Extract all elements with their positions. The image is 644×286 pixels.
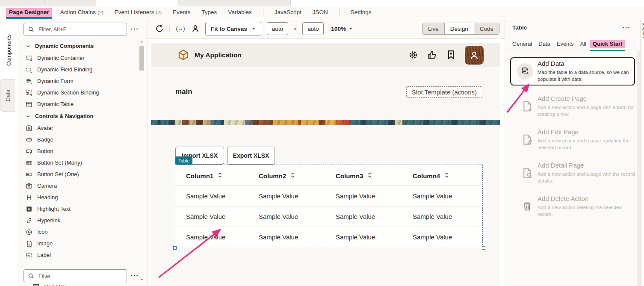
selection-handle-right[interactable] [482, 246, 485, 250]
tab-action-chains[interactable]: Action Chains(2) [60, 6, 103, 19]
palette-item-dynamic-table[interactable]: Dynamic Table [26, 98, 139, 110]
scrollbar-thumb[interactable] [139, 46, 144, 71]
props-tab-data[interactable]: Data [538, 41, 550, 50]
quickstart-title: Add Delete Action [538, 195, 635, 202]
column-header-column1[interactable]: Column1 [175, 165, 248, 186]
palette-item-icon[interactable]: Icon [26, 226, 139, 238]
quickstart-add-delete-action[interactable]: Add Delete ActionAdd a new action deleti… [510, 190, 635, 223]
quickstart-add-edit-page[interactable]: Add Edit PageAdd a new action and a page… [510, 123, 635, 156]
tab-event-listeners[interactable]: Event Listeners(2) [115, 6, 162, 19]
table-component-selected[interactable]: Column1Column2Column3Column4 Sample Valu… [175, 165, 483, 247]
structure-item-clipped[interactable]: Grid Row [32, 283, 67, 286]
zoom-dropdown[interactable]: 100% [331, 26, 353, 32]
structure-filter[interactable] [24, 269, 127, 282]
palette-item-dynamic-section-binding[interactable]: Dynamic Section Binding [26, 87, 139, 98]
palette-overflow-menu-button[interactable]: ··· [131, 27, 139, 31]
artifact-tab[interactable] [177, 0, 291, 6]
export-xlsx-button[interactable]: Export XLSX [227, 147, 275, 165]
properties-scrollbar[interactable] [637, 51, 640, 286]
quickstart-add-detail-page[interactable]: Add Detail PageAdd a new action and a pa… [510, 156, 635, 190]
table-body: Sample ValueSample ValueSample ValueSamp… [175, 186, 483, 248]
user-avatar[interactable] [465, 46, 484, 65]
column-label: Column3 [336, 172, 363, 179]
app-preview-frame: My Application main Slot Template (actio… [151, 43, 500, 286]
properties-overflow-menu-button[interactable]: ··· [623, 26, 631, 30]
props-tab-label: All [580, 41, 586, 47]
artifact-tab[interactable] [45, 0, 96, 6]
gear-icon[interactable] [408, 50, 418, 60]
palette-item-hyperlink[interactable]: Hyperlink [26, 215, 139, 226]
palette-scrollbar[interactable] [139, 40, 144, 282]
palette-item-dynamic-container[interactable]: Dynamic Container [26, 52, 139, 64]
column-header-column3[interactable]: Column3 [325, 165, 402, 186]
hyperlink-icon [26, 217, 32, 224]
tab-page-designer[interactable]: Page Designer [9, 6, 49, 19]
dynamic-section-binding-icon [26, 89, 32, 96]
quickstart-text: Add DataMap the table to a data source, … [538, 60, 630, 83]
palette-item-image[interactable]: Image [26, 238, 139, 249]
selection-handle-left[interactable] [173, 246, 177, 250]
tab-variables[interactable]: Variables [228, 6, 251, 19]
section-header-controls-navigation[interactable]: Controls & Navigation [26, 110, 139, 122]
slot-template-actions[interactable]: Slot Template (actions) [406, 86, 482, 98]
search-icon [28, 26, 34, 32]
data-table: Column1Column2Column3Column4 Sample Valu… [175, 165, 483, 247]
table-cell: Sample Value [175, 206, 248, 227]
props-tab-events[interactable]: Events [557, 41, 574, 50]
tab-javascript[interactable]: JavaScript [275, 6, 301, 19]
palette-item-button-set-many[interactable]: Button Set (Many) [26, 157, 139, 168]
column-header-column4[interactable]: Column4 [402, 165, 483, 186]
palette-item-avatar[interactable]: Avatar [26, 122, 139, 134]
palette-item-highlight-text[interactable]: AHighlight Text [26, 203, 139, 215]
palette-item-label: Heading [37, 194, 58, 200]
structure-overflow-menu-button[interactable]: ··· [131, 274, 139, 278]
tab-events[interactable]: Events [173, 6, 190, 19]
persona-icon[interactable] [191, 24, 200, 33]
dynamic-field-binding-icon [26, 66, 32, 73]
props-tab-all[interactable]: All [580, 41, 586, 50]
palette-item-button[interactable]: Button [26, 145, 139, 157]
artifact-tab[interactable] [0, 0, 45, 6]
canvas-width-input[interactable] [267, 22, 288, 35]
section-title: Dynamic Components [35, 43, 94, 49]
palette-filter[interactable] [24, 23, 127, 35]
props-tab-quick-start[interactable]: Quick Start [593, 41, 622, 50]
quickstart-add-data[interactable]: Add DataMap the table to a data source, … [510, 57, 635, 86]
tab-settings[interactable]: Settings [351, 6, 372, 19]
palette-item-label: Image [37, 240, 53, 247]
artifact-tab-strip [0, 0, 644, 6]
tab-json[interactable]: JSON [313, 6, 328, 19]
tab-label: Variables [228, 9, 251, 15]
canvas-height-input[interactable] [302, 22, 324, 35]
table-header-row: Column1Column2Column3Column4 [175, 165, 483, 186]
tab-types[interactable]: Types [201, 6, 217, 19]
bookmark-add-icon[interactable] [446, 50, 456, 60]
props-tab-label: Quick Start [590, 40, 625, 48]
panel-tab-data[interactable]: Data [0, 79, 15, 112]
structure-filter-input[interactable] [38, 272, 123, 280]
section-header-dynamic-components[interactable]: Dynamic Components [26, 40, 139, 52]
quickstart-add-create-page[interactable]: Add Create PageAdd a new action and a pa… [510, 90, 635, 123]
fit-to-canvas-dropdown[interactable]: Fit to Canvas [205, 22, 261, 35]
props-tab-general[interactable]: General [512, 41, 532, 50]
column-header-column2[interactable]: Column2 [248, 165, 325, 186]
palette-item-camera[interactable]: Camera [26, 180, 139, 192]
panel-tab-components[interactable]: Components [0, 24, 17, 77]
palette-item-button-set-one[interactable]: Button Set (One) [26, 168, 139, 180]
refresh-icon[interactable] [155, 24, 164, 33]
mode-code[interactable]: Code [474, 23, 499, 34]
palette-item-label[interactable]: Label [26, 249, 139, 261]
palette-item-dynamic-form[interactable]: Dynamic Form [26, 75, 139, 87]
palette-item-dynamic-field-binding[interactable]: Dynamic Field Binding [26, 64, 139, 75]
mode-live[interactable]: Live [422, 23, 444, 34]
palette-filter-input[interactable] [38, 26, 123, 33]
scroll-down-icon[interactable] [140, 278, 144, 282]
insert-component-icon[interactable]: (→) [175, 24, 186, 33]
palette-item-badge[interactable]: Badge [26, 134, 139, 145]
chevron-down-icon [251, 27, 256, 31]
palette-item-heading[interactable]: Heading [26, 192, 139, 203]
scroll-up-icon[interactable] [140, 40, 144, 44]
fit-to-canvas-label: Fit to Canvas [211, 26, 247, 32]
thumbs-up-icon[interactable] [427, 50, 437, 60]
mode-design[interactable]: Design [444, 23, 474, 34]
